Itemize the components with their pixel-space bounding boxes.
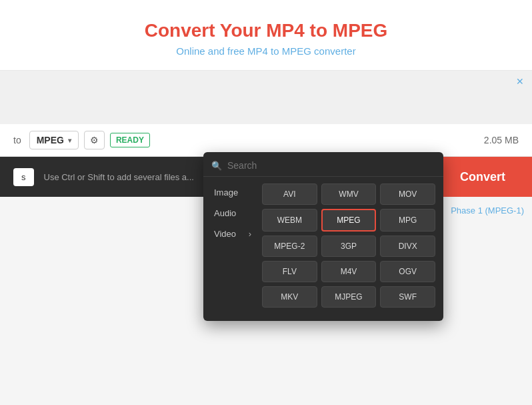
format-btn-mpeg[interactable]: MPEG [321, 209, 377, 232]
category-item-video[interactable]: Video› [209, 225, 257, 243]
format-btn-ogv[interactable]: OGV [380, 261, 435, 282]
file-size-label: 2.05 MB [484, 135, 519, 145]
category-list: ImageAudioVideo› [209, 183, 262, 308]
format-btn-webm[interactable]: WEBM [262, 209, 317, 232]
phase-label: Phase 1 (MPEG-1) [451, 206, 524, 216]
chevron-down-icon: ▾ [68, 137, 71, 144]
settings-button[interactable]: ⚙ [84, 131, 105, 149]
chevron-right-icon: › [249, 229, 251, 239]
format-btn-mov[interactable]: MOV [380, 183, 435, 205]
search-input[interactable] [227, 160, 435, 171]
format-value: MPEG [37, 135, 64, 145]
files-button[interactable]: s [13, 168, 34, 186]
hint-text: Use Ctrl or Shift to add several files a… [44, 172, 194, 182]
category-item-image[interactable]: Image [209, 183, 257, 201]
format-dropdown-trigger[interactable]: MPEG ▾ [29, 131, 79, 149]
format-btn-swf[interactable]: SWF [380, 286, 435, 308]
to-label: to [13, 135, 21, 145]
search-icon: 🔍 [211, 161, 222, 171]
format-grid: AVIWMVMOVWEBMMPEGMPGMPEG-23GPDIVXFLVM4VO… [262, 183, 438, 308]
format-btn-mpeg2[interactable]: MPEG-2 [262, 236, 317, 257]
page-subtitle: Online and free MP4 to MPEG converter [13, 45, 519, 57]
close-ad-button[interactable]: ✕ [516, 76, 524, 87]
search-box: 🔍 [203, 152, 443, 177]
category-item-audio[interactable]: Audio [209, 204, 257, 222]
page-title: Convert Your MP4 to MPEG [13, 20, 519, 41]
format-dropdown: 🔍 ImageAudioVideo› AVIWMVMOVWEBMMPEGMPGM… [203, 152, 443, 321]
format-btn-flv[interactable]: FLV [262, 261, 317, 282]
format-btn-3gp[interactable]: 3GP [321, 236, 377, 257]
convert-button[interactable]: Convert [433, 157, 532, 197]
dropdown-body: ImageAudioVideo› AVIWMVMOVWEBMMPEGMPGMPE… [203, 177, 443, 314]
format-btn-avi[interactable]: AVI [262, 183, 317, 205]
format-btn-wmv[interactable]: WMV [321, 183, 377, 205]
format-btn-m4v[interactable]: M4V [321, 261, 377, 282]
format-btn-mpg[interactable]: MPG [380, 209, 435, 232]
format-btn-mjpeg[interactable]: MJPEG [321, 286, 377, 308]
ad-banner: ✕ [0, 71, 532, 124]
header-section: Convert Your MP4 to MPEG Online and free… [0, 0, 532, 71]
ready-badge: READY [110, 133, 150, 147]
format-btn-mkv[interactable]: MKV [262, 286, 317, 308]
format-btn-divx[interactable]: DIVX [380, 236, 435, 257]
